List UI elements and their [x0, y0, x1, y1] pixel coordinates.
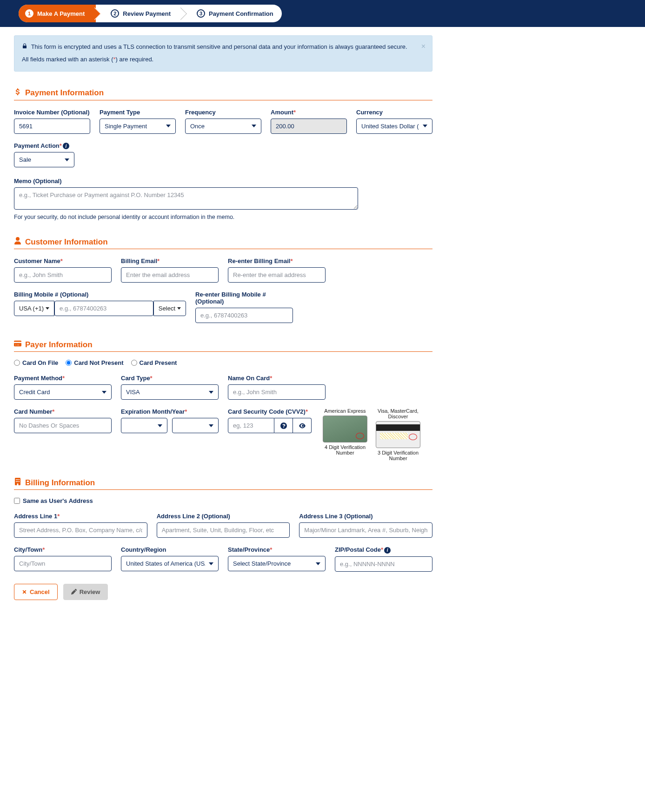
section-payer-information: Payer Information Card On File Card Not … — [14, 340, 432, 461]
amex-title: American Express — [323, 408, 367, 414]
currency-select[interactable]: United States Dollar (USD) — [356, 119, 432, 134]
cvv-help-images: American Express 4 Digit Verification Nu… — [323, 408, 420, 461]
card-type-label: Card Type* — [121, 375, 219, 382]
info-icon[interactable]: i — [63, 143, 69, 149]
country-code-dropdown[interactable]: USA (+1) — [14, 301, 54, 316]
country-label: Country/Region — [121, 546, 219, 553]
header-bar: 1Make A Payment 2Review Payment 3Payment… — [0, 0, 645, 27]
exp-year-select[interactable] — [172, 418, 219, 433]
expiration-label: Expiration Month/Year* — [121, 408, 219, 415]
section-payment-information: Payment Information Invoice Number (Opti… — [14, 88, 432, 221]
payment-method-select[interactable]: Credit Card — [14, 384, 112, 400]
amex-caption: 4 Digit Verification Number — [323, 444, 367, 456]
payment-action-select[interactable]: Sale — [14, 152, 74, 167]
invoice-number-input[interactable] — [14, 119, 90, 134]
card-number-label: Card Number* — [14, 408, 112, 415]
city-label: City/Town* — [14, 546, 112, 553]
reenter-billing-mobile-label: Re-enter Billing Mobile # (Optional) — [195, 291, 293, 305]
section-billing-information: Billing Information Same as User's Addre… — [14, 478, 432, 600]
cvv-help-button[interactable] — [274, 418, 293, 433]
alert-text-line2-post: ) are required. — [116, 56, 154, 63]
radio-card-present[interactable]: Card Present — [131, 359, 177, 366]
section-title: Payer Information — [14, 340, 432, 352]
frequency-label: Frequency — [185, 109, 261, 116]
credit-card-icon — [14, 340, 21, 350]
address-line-3-input[interactable] — [299, 522, 432, 538]
zip-input[interactable] — [335, 556, 432, 572]
memo-label: Memo (Optional) — [14, 178, 358, 185]
cvv-input[interactable] — [228, 418, 274, 433]
security-alert: × This form is encrypted and uses a TLS … — [14, 35, 432, 72]
customer-name-input[interactable] — [14, 267, 112, 283]
address-line-1-label: Address Line 1* — [14, 513, 147, 520]
payment-action-label: Payment Action*i — [14, 142, 74, 150]
section-title: Customer Information — [14, 237, 432, 249]
visa-caption: 3 Digit Verification Number — [376, 450, 420, 461]
frequency-select[interactable]: Once — [185, 119, 261, 134]
address-line-2-input[interactable] — [157, 522, 290, 538]
close-icon[interactable]: × — [421, 40, 426, 53]
name-on-card-label: Name On Card* — [228, 375, 326, 382]
progress-steps: 1Make A Payment 2Review Payment 3Payment… — [19, 5, 282, 22]
invoice-number-label: Invoice Number (Optional) — [14, 109, 90, 116]
review-button[interactable]: Review — [63, 584, 108, 600]
pencil-icon — [71, 589, 77, 594]
caret-down-icon — [46, 307, 49, 310]
card-number-input[interactable] — [14, 418, 112, 433]
customer-name-label: Customer Name* — [14, 257, 112, 264]
step-confirmation[interactable]: 3Payment Confirmation — [190, 5, 282, 22]
step-make-payment[interactable]: 1Make A Payment — [19, 5, 93, 22]
reenter-billing-mobile-input[interactable] — [195, 308, 293, 323]
billing-email-input[interactable] — [121, 267, 219, 283]
amount-input[interactable] — [271, 119, 347, 134]
dollar-icon — [14, 88, 21, 98]
step-label: Review Payment — [123, 10, 171, 17]
address-line-1-input[interactable] — [14, 522, 147, 538]
address-line-2-label: Address Line 2 (Optional) — [157, 513, 290, 520]
billing-email-label: Billing Email* — [121, 257, 219, 264]
zip-label: ZIP/Postal Code*i — [335, 546, 432, 554]
alert-text-line1: This form is encrypted and uses a TLS co… — [31, 43, 407, 50]
step-label: Make A Payment — [37, 10, 85, 17]
cvv-label: Card Security Code (CVV2)* — [228, 408, 312, 415]
mobile-type-dropdown[interactable]: Select — [153, 301, 186, 316]
step-separator — [93, 5, 104, 22]
billing-mobile-input[interactable] — [54, 301, 153, 316]
payment-type-label: Payment Type — [100, 109, 176, 116]
visa-title: Visa, MasterCard, Discover — [376, 408, 420, 419]
user-icon — [14, 237, 21, 247]
address-line-3-label: Address Line 3 (Optional) — [299, 513, 432, 520]
step-review-payment[interactable]: 2Review Payment — [104, 5, 179, 22]
alert-text-line2-pre: All fields marked with an asterisk ( — [22, 56, 113, 63]
card-type-select[interactable]: VISA — [121, 384, 219, 400]
caret-down-icon — [177, 307, 181, 310]
state-label: State/Province* — [228, 546, 326, 553]
country-select[interactable]: United States of America (USA) — [121, 556, 219, 571]
amex-card-image — [323, 416, 367, 442]
section-title: Billing Information — [14, 478, 432, 490]
same-as-user-checkbox[interactable]: Same as User's Address — [14, 497, 432, 504]
exp-month-select[interactable] — [121, 418, 167, 433]
cancel-button[interactable]: Cancel — [14, 584, 58, 600]
card-presence-radios: Card On File Card Not Present Card Prese… — [14, 359, 432, 366]
visa-card-image — [376, 421, 420, 448]
section-title: Payment Information — [14, 88, 432, 100]
section-customer-information: Customer Information Customer Name* Bill… — [14, 237, 432, 323]
memo-hint: For your security, do not include person… — [14, 214, 358, 220]
radio-card-on-file[interactable]: Card On File — [14, 359, 58, 366]
cvv-reveal-button[interactable] — [293, 418, 312, 433]
name-on-card-input[interactable] — [228, 384, 326, 400]
radio-card-not-present[interactable]: Card Not Present — [66, 359, 123, 366]
step-label: Payment Confirmation — [209, 10, 273, 17]
state-select[interactable]: Select State/Province — [228, 556, 326, 571]
memo-textarea[interactable] — [14, 187, 358, 210]
currency-label: Currency — [356, 109, 432, 116]
reenter-billing-email-input[interactable] — [228, 267, 326, 283]
city-input[interactable] — [14, 556, 112, 571]
payment-type-select[interactable]: Single Payment — [100, 119, 176, 134]
payment-method-label: Payment Method* — [14, 375, 112, 382]
info-icon[interactable]: i — [384, 547, 391, 554]
step-separator — [179, 5, 190, 22]
lock-icon — [22, 43, 29, 50]
x-icon — [22, 589, 27, 594]
